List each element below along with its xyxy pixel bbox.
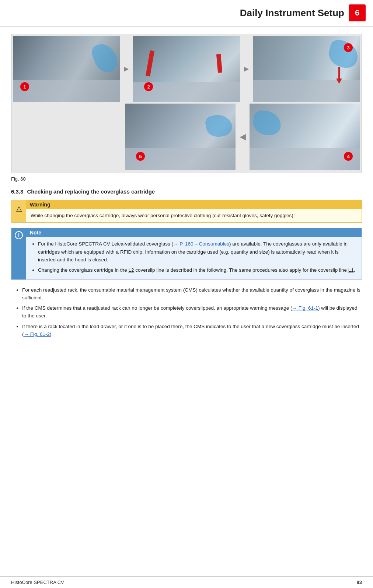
bullet1-text: For each readjusted rack, the consumable… xyxy=(22,287,360,300)
warning-body: While changing the coverglass cartridge,… xyxy=(26,209,362,222)
figure-container: 1 ► 2 ► xyxy=(11,34,362,173)
note-item2-link1: L2 xyxy=(128,267,134,273)
note-item2-link2: L1 xyxy=(348,267,354,273)
page-footer: HistoCore SPECTRA CV 83 xyxy=(0,576,373,588)
figure-row-1: 1 ► 2 ► xyxy=(13,36,360,102)
arrow-right-1: ► xyxy=(121,36,132,102)
note-icon-col: ! xyxy=(11,228,26,279)
warning-header: Warning xyxy=(26,200,362,209)
arrow-left-1: ◀ xyxy=(237,104,248,170)
note-box: ! Note For the HistoCore SPECTRA CV Leic… xyxy=(11,228,362,279)
step-badge-1: 1 xyxy=(20,82,29,91)
chapter-badge: 6 xyxy=(349,4,366,21)
note-header: Note xyxy=(26,228,362,237)
note-item2-end: . xyxy=(354,267,355,273)
note-item1-link[interactable]: → P. 160 – Consumables xyxy=(173,241,229,247)
page-header: Daily Instrument Setup 6 xyxy=(0,0,373,27)
figure-cell-5: 5 xyxy=(125,104,236,170)
figure-cell-3: 3 xyxy=(253,36,360,102)
bullet-item-1: For each readjusted rack, the consumable… xyxy=(22,286,362,302)
note-list-item-1: For the HistoCore SPECTRA CV Leica-valid… xyxy=(38,240,357,264)
row2-spacer xyxy=(13,104,123,170)
note-item2-middle: coverslip line is described in the follo… xyxy=(134,267,348,273)
photo-4 xyxy=(250,104,360,170)
warning-box: △ Warning While changing the coverglass … xyxy=(11,200,362,223)
note-list-item-2: Changing the coverglass cartridge in the… xyxy=(38,266,357,274)
bullet-item-3: If there is a rack located in the load d… xyxy=(22,323,362,338)
section-title: Checking and replacing the coverglass ca… xyxy=(27,188,155,195)
figure-cell-2: 2 xyxy=(133,36,240,102)
main-content: 1 ► 2 ► xyxy=(0,34,373,364)
photo-1 xyxy=(13,36,120,102)
bullet2-before: If the CMS determines that a readjusted … xyxy=(22,305,292,311)
note-list: For the HistoCore SPECTRA CV Leica-valid… xyxy=(31,240,357,274)
warning-content: Warning While changing the coverglass ca… xyxy=(26,200,362,222)
section-number: 6.3.3 xyxy=(11,188,23,195)
figure-label: Fig. 60 xyxy=(11,176,362,182)
step-badge-3: 3 xyxy=(344,43,353,52)
photo-2 xyxy=(133,36,240,102)
figure-row-2: 5 ◀ 4 xyxy=(13,104,360,170)
page-title: Daily Instrument Setup xyxy=(240,7,344,19)
warning-triangle-icon: △ xyxy=(16,204,22,213)
note-body: For the HistoCore SPECTRA CV Leica-valid… xyxy=(26,237,362,279)
bullet2-link[interactable]: → Fig. 61-1 xyxy=(292,305,318,311)
note-item1-before: For the HistoCore SPECTRA CV Leica-valid… xyxy=(38,241,173,247)
bullet-item-2: If the CMS determines that a readjusted … xyxy=(22,305,362,320)
bullet3-link[interactable]: → Fig. 61-2 xyxy=(24,331,50,337)
main-bullet-list: For each readjusted rack, the consumable… xyxy=(11,286,362,339)
figure-cell-1: 1 xyxy=(13,36,120,102)
section-header: 6.3.3 Checking and replacing the covergl… xyxy=(11,188,362,195)
bullet3-after: ). xyxy=(50,331,53,337)
footer-page: 83 xyxy=(357,580,362,585)
step-badge-5: 5 xyxy=(136,152,145,161)
bullet3-before: If there is a rack located in the load d… xyxy=(22,324,359,337)
figure-cell-4: 4 xyxy=(250,104,360,170)
warning-icon-col: △ xyxy=(11,200,26,222)
arrow-right-2: ► xyxy=(241,36,252,102)
warning-text: While changing the coverglass cartridge,… xyxy=(31,213,295,218)
note-item2-before: Changing the coverglass cartridge in the xyxy=(38,267,128,273)
note-circle-icon: ! xyxy=(15,231,23,239)
header-title-area: Daily Instrument Setup 6 xyxy=(240,4,366,21)
footer-product: HistoCore SPECTRA CV xyxy=(11,580,64,585)
step-badge-2: 2 xyxy=(144,82,153,91)
note-content: Note For the HistoCore SPECTRA CV Leica-… xyxy=(26,228,362,279)
step-badge-4: 4 xyxy=(344,152,353,161)
